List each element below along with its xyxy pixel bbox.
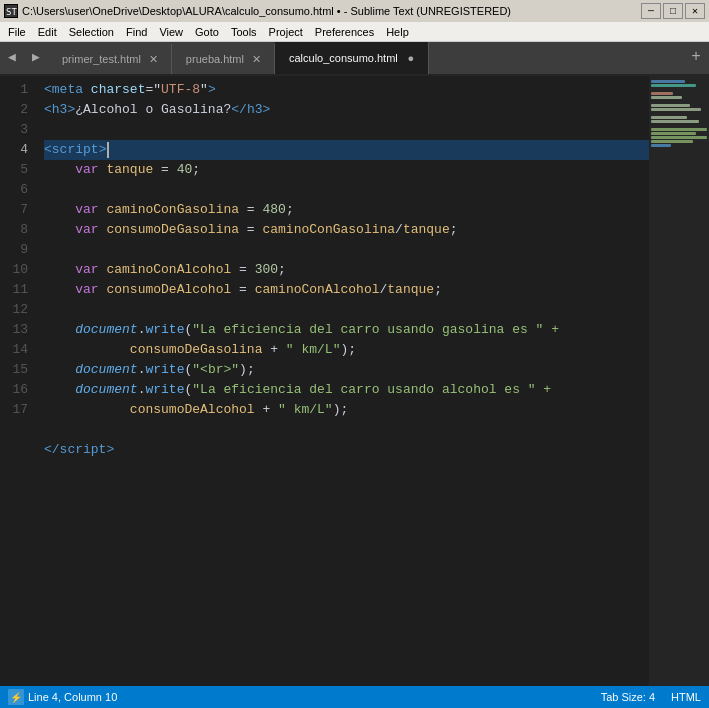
code-line-14: document.write("<br>"); — [44, 360, 649, 380]
menu-goto[interactable]: Goto — [189, 22, 225, 41]
editor-area: 1 2 3 4 5 6 7 8 9 10 11 12 13 14 15 16 1… — [0, 76, 709, 686]
maximize-button[interactable]: □ — [663, 3, 683, 19]
tab-prev-button[interactable]: ◀ — [0, 40, 24, 74]
window-controls: ─ □ ✕ — [641, 3, 705, 19]
code-editor[interactable]: <meta charset="UTF-8"> <h3>¿Alcohol o Ga… — [40, 76, 649, 686]
menu-help[interactable]: Help — [380, 22, 415, 41]
code-line-9 — [44, 240, 649, 260]
status-tab-size: Tab Size: 4 — [601, 691, 655, 703]
code-line-6 — [44, 180, 649, 200]
status-position: Line 4, Column 10 — [28, 691, 117, 703]
code-line-7: var caminoConGasolina = 480; — [44, 200, 649, 220]
title-bar: ST C:\Users\user\OneDrive\Desktop\ALURA\… — [0, 0, 709, 22]
svg-text:ST: ST — [6, 7, 17, 17]
tab-close-icon[interactable]: ✕ — [250, 52, 264, 66]
code-line-4: <script> — [44, 140, 649, 160]
code-line-8: var consumoDeGasolina = caminoConGasolin… — [44, 220, 649, 240]
tab-next-button[interactable]: ▶ — [24, 40, 48, 74]
menu-tools[interactable]: Tools — [225, 22, 263, 41]
line-num-1: 1 — [8, 80, 28, 100]
line-numbers: 1 2 3 4 5 6 7 8 9 10 11 12 13 14 15 16 1… — [0, 76, 40, 686]
status-right: Tab Size: 4 HTML — [601, 691, 701, 703]
code-line-1: <meta charset="UTF-8"> — [44, 80, 649, 100]
line-num-3: 3 — [8, 120, 28, 140]
tab-close-icon[interactable]: ● — [404, 51, 418, 65]
code-line-5: var tanque = 40; — [44, 160, 649, 180]
code-line-2: <h3>¿Alcohol o Gasolina?</h3> — [44, 100, 649, 120]
line-num-15: 15 — [8, 360, 28, 380]
tab-label: primer_test.html — [62, 53, 141, 65]
line-num-7: 7 — [8, 200, 28, 220]
menu-view[interactable]: View — [153, 22, 189, 41]
window-title: C:\Users\user\OneDrive\Desktop\ALURA\cal… — [22, 5, 511, 17]
menu-edit[interactable]: Edit — [32, 22, 63, 41]
line-num-10: 10 — [8, 260, 28, 280]
tab-close-icon[interactable]: ✕ — [147, 52, 161, 66]
code-line-13: document.write("La eficiencia del carro … — [44, 320, 649, 340]
code-line-3 — [44, 120, 649, 140]
code-line-17: </script> — [44, 440, 649, 460]
menu-file[interactable]: File — [2, 22, 32, 41]
menu-bar: File Edit Selection Find View Goto Tools… — [0, 22, 709, 42]
code-line-15b: consumoDeAlcohol + " km/L"); — [44, 400, 649, 420]
tab-primer-test[interactable]: primer_test.html ✕ — [48, 44, 172, 74]
line-num-13: 13 — [8, 320, 28, 340]
code-line-12 — [44, 300, 649, 320]
line-num-6: 6 — [8, 180, 28, 200]
tab-prueba[interactable]: prueba.html ✕ — [172, 44, 275, 74]
close-button[interactable]: ✕ — [685, 3, 705, 19]
menu-project[interactable]: Project — [263, 22, 309, 41]
line-num-17: 17 — [8, 400, 28, 420]
code-line-13b: consumoDeGasolina + " km/L"); — [44, 340, 649, 360]
line-num-2: 2 — [8, 100, 28, 120]
tab-label: calculo_consumo.html — [289, 52, 398, 64]
line-num-14: 14 — [8, 340, 28, 360]
status-bar: ⚡ Line 4, Column 10 Tab Size: 4 HTML — [0, 686, 709, 708]
code-line-10: var caminoConAlcohol = 300; — [44, 260, 649, 280]
minimize-button[interactable]: ─ — [641, 3, 661, 19]
tab-bar: ◀ ▶ primer_test.html ✕ prueba.html ✕ cal… — [0, 42, 709, 76]
code-line-16 — [44, 420, 649, 440]
menu-selection[interactable]: Selection — [63, 22, 120, 41]
line-num-5: 5 — [8, 160, 28, 180]
line-num-12: 12 — [8, 300, 28, 320]
status-left: ⚡ Line 4, Column 10 — [8, 689, 117, 705]
line-num-4: 4 — [8, 140, 28, 160]
code-line-11: var consumoDeAlcohol = caminoConAlcohol/… — [44, 280, 649, 300]
status-icon: ⚡ — [8, 689, 24, 705]
tab-calculo-consumo[interactable]: calculo_consumo.html ● — [275, 42, 429, 74]
line-num-11: 11 — [8, 280, 28, 300]
line-num-16: 16 — [8, 380, 28, 400]
line-num-8: 8 — [8, 220, 28, 240]
minimap — [649, 76, 709, 686]
line-num-9: 9 — [8, 240, 28, 260]
menu-find[interactable]: Find — [120, 22, 153, 41]
status-language: HTML — [671, 691, 701, 703]
menu-preferences[interactable]: Preferences — [309, 22, 380, 41]
app-icon: ST — [4, 4, 18, 18]
tab-add-button[interactable]: + — [683, 40, 709, 74]
tab-label: prueba.html — [186, 53, 244, 65]
code-line-15: document.write("La eficiencia del carro … — [44, 380, 649, 400]
